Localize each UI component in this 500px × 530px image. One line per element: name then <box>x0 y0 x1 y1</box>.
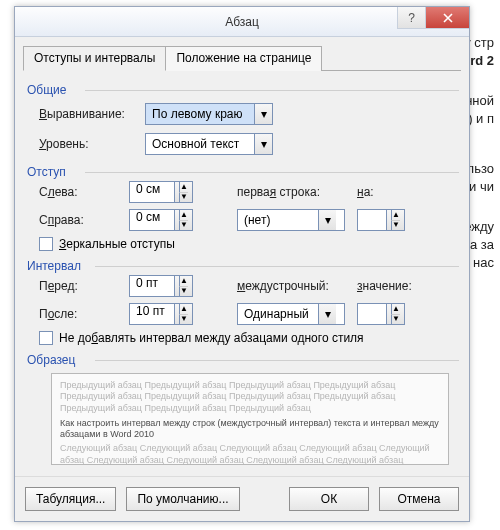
first-by-spin[interactable]: ▲▼ <box>357 209 405 231</box>
at-label: значение: <box>357 279 412 293</box>
default-button[interactable]: По умолчанию... <box>126 487 239 511</box>
level-label: Уровень: <box>39 137 139 151</box>
first-line-combo[interactable]: (нет)▾ <box>237 209 345 231</box>
group-preview: Образец <box>25 347 459 369</box>
cancel-button[interactable]: Отмена <box>379 487 459 511</box>
linespacing-label: междустрочный: <box>237 279 329 293</box>
tab-indents[interactable]: Отступы и интервалы <box>23 46 166 71</box>
tab-position[interactable]: Положение на странице <box>166 46 322 71</box>
dialog-footer: Табуляция... По умолчанию... ОК Отмена <box>15 476 469 521</box>
dialog-title: Абзац <box>225 15 259 29</box>
dialog-body: Общие ВВыравнивание:ыравнивание: По лево… <box>15 71 469 476</box>
indent-left-spin[interactable]: 0 см▲▼ <box>129 181 193 203</box>
help-button[interactable]: ? <box>397 7 425 29</box>
after-spin[interactable]: 10 пт▲▼ <box>129 303 193 325</box>
alignment-value: По левому краю <box>146 107 254 121</box>
indent-right-label: Справа: <box>39 213 84 227</box>
chevron-down-icon: ▾ <box>254 134 272 154</box>
first-line-label: первая строка: <box>237 185 320 199</box>
question-icon: ? <box>408 11 415 25</box>
dont-add-space-label: Не добавлять интервал между абзацами одн… <box>59 331 364 345</box>
preview-main: Как настроить интервал между строк (межд… <box>60 418 440 440</box>
at-spin[interactable]: ▲▼ <box>357 303 405 325</box>
alignment-label: ВВыравнивание:ыравнивание: <box>39 107 139 121</box>
before-label: Перед: <box>39 279 78 293</box>
checkbox-icon <box>39 237 53 251</box>
chevron-down-icon: ▾ <box>318 210 336 230</box>
group-spacing: Интервал <box>25 253 459 275</box>
level-value: Основной текст <box>146 137 254 151</box>
group-general: Общие <box>25 77 459 99</box>
after-label: После: <box>39 307 77 321</box>
group-indent: Отступ <box>25 159 459 181</box>
mirror-indents-check[interactable]: Зеркальные отступы <box>39 237 459 251</box>
ok-button[interactable]: ОК <box>289 487 369 511</box>
linespacing-combo[interactable]: Одинарный▾ <box>237 303 345 325</box>
first-by-label: на: <box>357 185 374 199</box>
before-spin[interactable]: 0 пт▲▼ <box>129 275 193 297</box>
chevron-down-icon: ▾ <box>318 304 336 324</box>
alignment-combo[interactable]: По левому краю ▾ <box>145 103 273 125</box>
preview-next: Следующий абзац Следующий абзац Следующи… <box>60 443 440 465</box>
indent-right-spin[interactable]: 0 см▲▼ <box>129 209 193 231</box>
tab-bar: Отступы и интервалы Положение на страниц… <box>23 45 461 71</box>
preview-box: Предыдущий абзац Предыдущий абзац Предыд… <box>51 373 449 465</box>
preview-prev: Предыдущий абзац Предыдущий абзац Предыд… <box>60 380 440 414</box>
chevron-down-icon: ▾ <box>254 104 272 124</box>
close-icon <box>443 13 453 23</box>
tabs-button[interactable]: Табуляция... <box>25 487 116 511</box>
mirror-indents-label: Зеркальные отступы <box>59 237 175 251</box>
close-button[interactable] <box>425 7 469 29</box>
level-combo[interactable]: Основной текст ▾ <box>145 133 273 155</box>
dont-add-space-check[interactable]: Не добавлять интервал между абзацами одн… <box>39 331 459 345</box>
indent-left-label: Слева: <box>39 185 78 199</box>
checkbox-icon <box>39 331 53 345</box>
paragraph-dialog: Абзац ? Отступы и интервалы Положение на… <box>14 6 470 522</box>
titlebar[interactable]: Абзац ? <box>15 7 469 37</box>
